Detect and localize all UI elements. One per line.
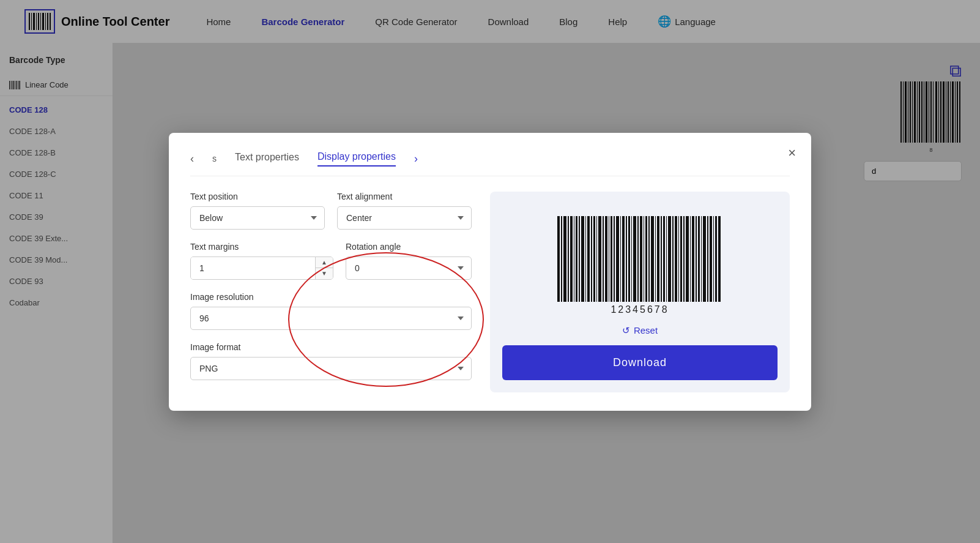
svg-rect-76 — [651, 216, 654, 302]
text-margins-label: Text margins — [190, 242, 333, 252]
svg-rect-50 — [576, 216, 577, 302]
modal-overlay: × ‹ s Text properties Display properties… — [0, 0, 980, 543]
svg-rect-78 — [657, 216, 659, 302]
reset-label: Reset — [634, 325, 658, 335]
form-row-2: Text margins ▲ ▼ Rotation angle 0 — [190, 242, 472, 280]
svg-rect-92 — [698, 216, 700, 302]
text-position-group: Text position Below Above None — [190, 192, 325, 230]
svg-rect-80 — [663, 216, 665, 302]
rotation-angle-group: Rotation angle 0 90 180 270 — [346, 242, 472, 280]
svg-rect-70 — [633, 216, 636, 302]
text-margins-spinner: ▲ ▼ — [190, 257, 333, 280]
image-resolution-group: Image resolution 96 72 150 300 — [190, 292, 472, 330]
svg-rect-73 — [644, 216, 644, 302]
svg-rect-52 — [581, 216, 584, 302]
svg-rect-54 — [587, 216, 590, 302]
spinner-down-button[interactable]: ▼ — [316, 268, 333, 279]
svg-rect-88 — [686, 216, 689, 302]
svg-rect-89 — [690, 216, 691, 302]
svg-rect-58 — [598, 216, 601, 302]
reset-icon: ↺ — [622, 325, 630, 336]
svg-rect-96 — [710, 216, 712, 302]
svg-rect-87 — [683, 216, 685, 302]
svg-rect-69 — [631, 216, 632, 302]
text-position-select[interactable]: Below Above None — [190, 206, 325, 230]
svg-rect-84 — [675, 216, 677, 302]
tab-text-properties[interactable]: Text properties — [235, 152, 299, 166]
svg-rect-97 — [713, 216, 714, 302]
svg-rect-46 — [563, 216, 566, 302]
svg-rect-57 — [596, 216, 597, 302]
svg-rect-71 — [637, 216, 639, 302]
svg-rect-99 — [718, 216, 721, 302]
svg-rect-83 — [672, 216, 674, 302]
svg-rect-81 — [666, 216, 667, 302]
svg-rect-60 — [605, 216, 607, 302]
form-row-1: Text position Below Above None Text alig… — [190, 192, 472, 230]
image-format-group: Image format PNG SVG JPEG BMP — [190, 342, 472, 380]
svg-rect-48 — [570, 216, 573, 302]
tab-prev-icon[interactable]: ‹ — [190, 152, 194, 165]
svg-rect-67 — [626, 216, 627, 302]
svg-rect-75 — [648, 216, 650, 302]
spinner-up-button[interactable]: ▲ — [316, 257, 333, 269]
download-button[interactable]: Download — [502, 345, 778, 380]
svg-rect-85 — [678, 216, 679, 302]
svg-rect-56 — [593, 216, 595, 302]
barcode-preview: 12345678 — [554, 210, 726, 325]
text-alignment-group: Text alignment Center Left Right — [337, 192, 472, 230]
svg-rect-74 — [645, 216, 647, 302]
svg-rect-79 — [661, 216, 662, 302]
svg-rect-98 — [715, 216, 717, 302]
text-margins-input[interactable] — [191, 257, 315, 279]
svg-rect-68 — [628, 216, 630, 302]
preview-section: 12345678 ↺ Reset Download — [490, 192, 790, 392]
svg-rect-86 — [680, 216, 682, 302]
svg-rect-95 — [707, 216, 708, 302]
svg-rect-82 — [668, 216, 671, 302]
text-position-label: Text position — [190, 192, 325, 201]
text-alignment-label: Text alignment — [337, 192, 472, 201]
svg-rect-72 — [640, 216, 642, 302]
reset-button[interactable]: ↺ Reset — [622, 325, 658, 336]
modal-body: Text position Below Above None Text alig… — [190, 192, 790, 392]
svg-rect-65 — [620, 216, 621, 302]
svg-text:12345678: 12345678 — [611, 304, 669, 314]
rotation-angle-label: Rotation angle — [346, 242, 472, 252]
spinner-buttons: ▲ ▼ — [315, 257, 333, 279]
svg-rect-66 — [622, 216, 625, 302]
svg-rect-93 — [701, 216, 702, 302]
svg-rect-64 — [616, 216, 619, 302]
close-button[interactable]: × — [788, 145, 796, 161]
svg-rect-94 — [703, 216, 706, 302]
tab-display-properties[interactable]: Display properties — [317, 151, 396, 167]
rotation-angle-select[interactable]: 0 90 180 270 — [346, 257, 472, 280]
tab-prev-label: s — [212, 154, 217, 163]
form-row-4: Image format PNG SVG JPEG BMP — [190, 342, 472, 380]
svg-rect-44 — [557, 216, 560, 302]
modal: × ‹ s Text properties Display properties… — [169, 133, 811, 411]
modal-tabs: ‹ s Text properties Display properties › — [190, 151, 790, 176]
text-margins-group: Text margins ▲ ▼ — [190, 242, 333, 280]
tab-next-icon[interactable]: › — [414, 152, 418, 165]
svg-rect-53 — [585, 216, 586, 302]
text-alignment-select[interactable]: Center Left Right — [337, 206, 472, 230]
form-section: Text position Below Above None Text alig… — [190, 192, 472, 392]
image-resolution-label: Image resolution — [190, 292, 472, 302]
svg-rect-62 — [611, 216, 612, 302]
svg-rect-59 — [603, 216, 604, 302]
svg-rect-91 — [696, 216, 697, 302]
svg-rect-90 — [692, 216, 694, 302]
image-format-label: Image format — [190, 342, 472, 352]
svg-rect-45 — [561, 216, 562, 302]
form-row-3: Image resolution 96 72 150 300 — [190, 292, 472, 330]
image-format-select[interactable]: PNG SVG JPEG BMP — [190, 357, 472, 380]
svg-rect-77 — [655, 216, 656, 302]
svg-rect-49 — [574, 216, 574, 302]
svg-rect-47 — [568, 216, 569, 302]
svg-rect-63 — [614, 216, 615, 302]
svg-rect-55 — [591, 216, 592, 302]
svg-rect-61 — [609, 216, 609, 302]
barcode-image: 12345678 — [554, 216, 726, 314]
image-resolution-select[interactable]: 96 72 150 300 — [190, 307, 472, 330]
